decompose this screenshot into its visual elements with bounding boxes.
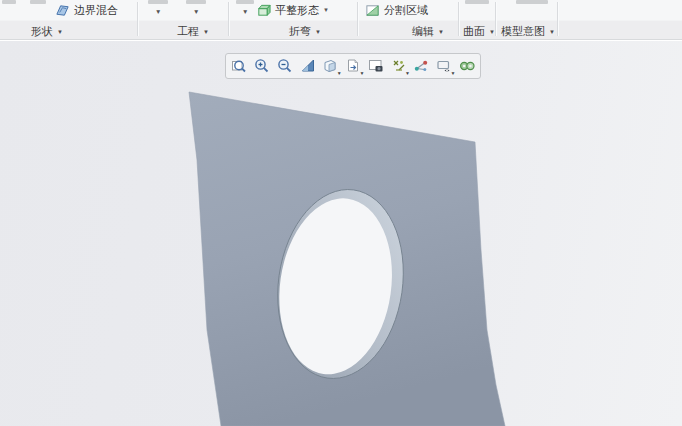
saved-orientations-button[interactable]: ▼ (342, 55, 365, 77)
display-style-button[interactable]: ▼ (319, 55, 342, 77)
view-manager-icon (367, 57, 385, 75)
graphics-canvas[interactable]: ▼ ▼ (0, 41, 682, 426)
component-drag-icon (458, 57, 476, 75)
annotation-display-icon (412, 57, 430, 75)
annotation-display-button[interactable] (410, 55, 433, 77)
spin-center-button[interactable]: ▼ (433, 55, 456, 77)
zoom-out-icon (276, 57, 294, 75)
datum-display-filters-button[interactable]: ▼ (387, 55, 410, 77)
zoom-in-button[interactable] (251, 55, 274, 77)
refit-icon (230, 57, 248, 75)
cad-application-window: 边界混合 ▼ ▼ ▼ 平整形态 ▼ 分割区域 形状 ▼ (0, 0, 682, 426)
graphics-toolbar: ▼ ▼ (225, 53, 481, 79)
repaint-button[interactable] (296, 55, 319, 77)
component-drag-button[interactable] (455, 55, 478, 77)
repaint-icon (299, 57, 317, 75)
refit-button[interactable] (228, 55, 251, 77)
zoom-in-icon (253, 57, 271, 75)
zoom-out-button[interactable] (273, 55, 296, 77)
view-manager-button[interactable] (364, 55, 387, 77)
dropdown-caret-icon: ▼ (337, 71, 342, 76)
